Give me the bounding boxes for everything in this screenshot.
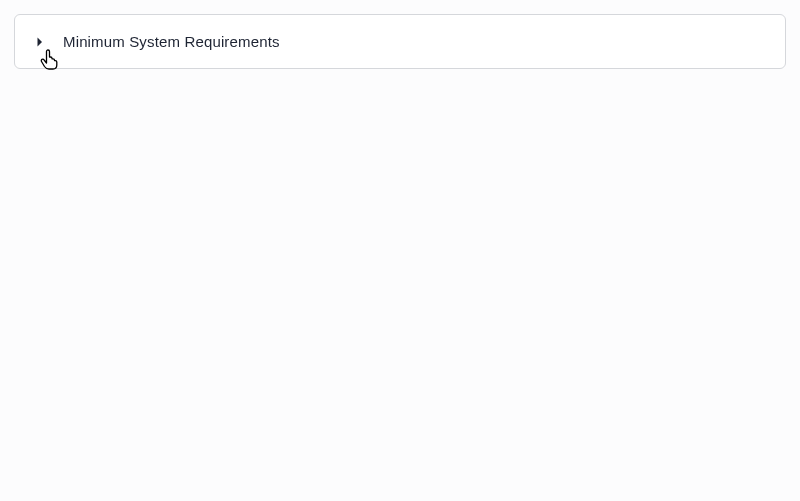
accordion-title: Minimum System Requirements xyxy=(63,33,280,50)
accordion-header[interactable]: Minimum System Requirements xyxy=(14,14,786,69)
chevron-right-icon xyxy=(35,37,45,47)
